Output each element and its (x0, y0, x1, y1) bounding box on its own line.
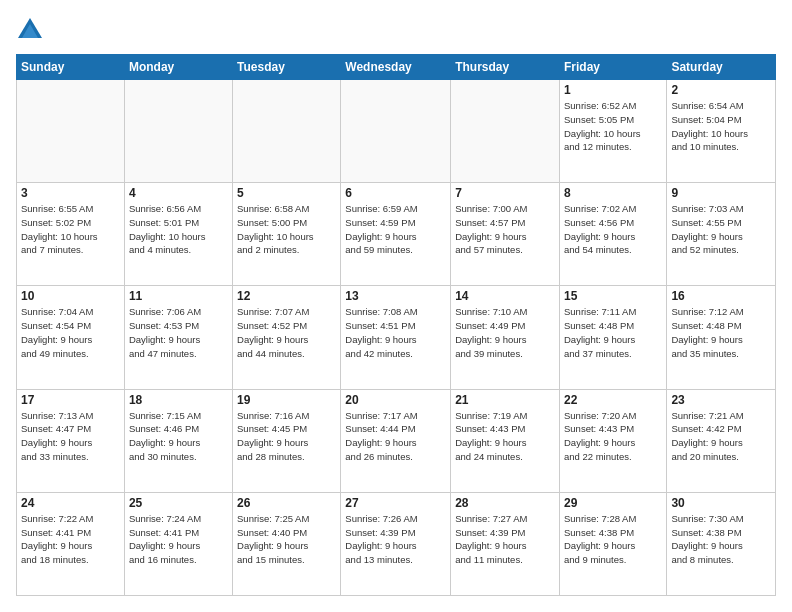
calendar-cell: 12Sunrise: 7:07 AM Sunset: 4:52 PM Dayli… (233, 286, 341, 389)
day-number: 18 (129, 393, 228, 407)
calendar-cell (17, 80, 125, 183)
day-info: Sunrise: 7:30 AM Sunset: 4:38 PM Dayligh… (671, 512, 771, 567)
calendar-cell: 13Sunrise: 7:08 AM Sunset: 4:51 PM Dayli… (341, 286, 451, 389)
day-number: 11 (129, 289, 228, 303)
day-info: Sunrise: 7:02 AM Sunset: 4:56 PM Dayligh… (564, 202, 662, 257)
calendar-body: 1Sunrise: 6:52 AM Sunset: 5:05 PM Daylig… (17, 80, 776, 596)
day-number: 4 (129, 186, 228, 200)
calendar-cell: 26Sunrise: 7:25 AM Sunset: 4:40 PM Dayli… (233, 492, 341, 595)
calendar-cell: 14Sunrise: 7:10 AM Sunset: 4:49 PM Dayli… (451, 286, 560, 389)
day-number: 10 (21, 289, 120, 303)
day-number: 29 (564, 496, 662, 510)
calendar-cell: 8Sunrise: 7:02 AM Sunset: 4:56 PM Daylig… (559, 183, 666, 286)
day-number: 28 (455, 496, 555, 510)
calendar-week-row: 17Sunrise: 7:13 AM Sunset: 4:47 PM Dayli… (17, 389, 776, 492)
weekday-header: Sunday (17, 55, 125, 80)
day-info: Sunrise: 7:24 AM Sunset: 4:41 PM Dayligh… (129, 512, 228, 567)
day-info: Sunrise: 6:54 AM Sunset: 5:04 PM Dayligh… (671, 99, 771, 154)
day-info: Sunrise: 7:22 AM Sunset: 4:41 PM Dayligh… (21, 512, 120, 567)
day-number: 22 (564, 393, 662, 407)
calendar-cell: 21Sunrise: 7:19 AM Sunset: 4:43 PM Dayli… (451, 389, 560, 492)
weekday-header: Wednesday (341, 55, 451, 80)
calendar-cell: 5Sunrise: 6:58 AM Sunset: 5:00 PM Daylig… (233, 183, 341, 286)
day-info: Sunrise: 7:17 AM Sunset: 4:44 PM Dayligh… (345, 409, 446, 464)
header (16, 16, 776, 44)
weekday-header: Friday (559, 55, 666, 80)
day-info: Sunrise: 6:59 AM Sunset: 4:59 PM Dayligh… (345, 202, 446, 257)
day-info: Sunrise: 7:20 AM Sunset: 4:43 PM Dayligh… (564, 409, 662, 464)
day-info: Sunrise: 6:58 AM Sunset: 5:00 PM Dayligh… (237, 202, 336, 257)
calendar-cell: 25Sunrise: 7:24 AM Sunset: 4:41 PM Dayli… (124, 492, 232, 595)
page: SundayMondayTuesdayWednesdayThursdayFrid… (0, 0, 792, 612)
calendar-cell: 16Sunrise: 7:12 AM Sunset: 4:48 PM Dayli… (667, 286, 776, 389)
day-info: Sunrise: 7:04 AM Sunset: 4:54 PM Dayligh… (21, 305, 120, 360)
day-info: Sunrise: 7:26 AM Sunset: 4:39 PM Dayligh… (345, 512, 446, 567)
day-number: 23 (671, 393, 771, 407)
weekday-header: Saturday (667, 55, 776, 80)
day-number: 30 (671, 496, 771, 510)
day-number: 16 (671, 289, 771, 303)
day-number: 3 (21, 186, 120, 200)
calendar-cell: 19Sunrise: 7:16 AM Sunset: 4:45 PM Dayli… (233, 389, 341, 492)
logo (16, 16, 46, 44)
day-info: Sunrise: 7:10 AM Sunset: 4:49 PM Dayligh… (455, 305, 555, 360)
day-number: 1 (564, 83, 662, 97)
calendar-cell: 20Sunrise: 7:17 AM Sunset: 4:44 PM Dayli… (341, 389, 451, 492)
calendar-cell (124, 80, 232, 183)
day-number: 20 (345, 393, 446, 407)
calendar-cell: 29Sunrise: 7:28 AM Sunset: 4:38 PM Dayli… (559, 492, 666, 595)
calendar-cell: 11Sunrise: 7:06 AM Sunset: 4:53 PM Dayli… (124, 286, 232, 389)
calendar-cell (451, 80, 560, 183)
day-info: Sunrise: 7:12 AM Sunset: 4:48 PM Dayligh… (671, 305, 771, 360)
calendar-week-row: 3Sunrise: 6:55 AM Sunset: 5:02 PM Daylig… (17, 183, 776, 286)
day-info: Sunrise: 7:21 AM Sunset: 4:42 PM Dayligh… (671, 409, 771, 464)
day-number: 25 (129, 496, 228, 510)
calendar-cell: 6Sunrise: 6:59 AM Sunset: 4:59 PM Daylig… (341, 183, 451, 286)
calendar-cell: 24Sunrise: 7:22 AM Sunset: 4:41 PM Dayli… (17, 492, 125, 595)
calendar-cell: 9Sunrise: 7:03 AM Sunset: 4:55 PM Daylig… (667, 183, 776, 286)
day-number: 12 (237, 289, 336, 303)
day-number: 6 (345, 186, 446, 200)
day-info: Sunrise: 7:07 AM Sunset: 4:52 PM Dayligh… (237, 305, 336, 360)
day-number: 2 (671, 83, 771, 97)
calendar-cell: 17Sunrise: 7:13 AM Sunset: 4:47 PM Dayli… (17, 389, 125, 492)
day-number: 7 (455, 186, 555, 200)
day-number: 27 (345, 496, 446, 510)
calendar-week-row: 1Sunrise: 6:52 AM Sunset: 5:05 PM Daylig… (17, 80, 776, 183)
calendar-cell: 18Sunrise: 7:15 AM Sunset: 4:46 PM Dayli… (124, 389, 232, 492)
calendar-cell: 23Sunrise: 7:21 AM Sunset: 4:42 PM Dayli… (667, 389, 776, 492)
day-info: Sunrise: 7:16 AM Sunset: 4:45 PM Dayligh… (237, 409, 336, 464)
day-info: Sunrise: 6:52 AM Sunset: 5:05 PM Dayligh… (564, 99, 662, 154)
day-number: 14 (455, 289, 555, 303)
calendar-cell (341, 80, 451, 183)
calendar-cell: 28Sunrise: 7:27 AM Sunset: 4:39 PM Dayli… (451, 492, 560, 595)
day-info: Sunrise: 7:27 AM Sunset: 4:39 PM Dayligh… (455, 512, 555, 567)
day-info: Sunrise: 7:28 AM Sunset: 4:38 PM Dayligh… (564, 512, 662, 567)
day-info: Sunrise: 7:06 AM Sunset: 4:53 PM Dayligh… (129, 305, 228, 360)
day-info: Sunrise: 7:11 AM Sunset: 4:48 PM Dayligh… (564, 305, 662, 360)
day-info: Sunrise: 6:56 AM Sunset: 5:01 PM Dayligh… (129, 202, 228, 257)
day-number: 8 (564, 186, 662, 200)
day-number: 26 (237, 496, 336, 510)
day-number: 21 (455, 393, 555, 407)
calendar-cell: 10Sunrise: 7:04 AM Sunset: 4:54 PM Dayli… (17, 286, 125, 389)
day-number: 24 (21, 496, 120, 510)
calendar-cell: 7Sunrise: 7:00 AM Sunset: 4:57 PM Daylig… (451, 183, 560, 286)
day-number: 17 (21, 393, 120, 407)
weekday-header: Thursday (451, 55, 560, 80)
calendar: SundayMondayTuesdayWednesdayThursdayFrid… (16, 54, 776, 596)
weekday-header: Tuesday (233, 55, 341, 80)
calendar-cell: 15Sunrise: 7:11 AM Sunset: 4:48 PM Dayli… (559, 286, 666, 389)
logo-icon (16, 16, 44, 44)
day-number: 13 (345, 289, 446, 303)
header-row: SundayMondayTuesdayWednesdayThursdayFrid… (17, 55, 776, 80)
calendar-cell (233, 80, 341, 183)
day-number: 19 (237, 393, 336, 407)
calendar-header: SundayMondayTuesdayWednesdayThursdayFrid… (17, 55, 776, 80)
day-info: Sunrise: 7:15 AM Sunset: 4:46 PM Dayligh… (129, 409, 228, 464)
calendar-cell: 2Sunrise: 6:54 AM Sunset: 5:04 PM Daylig… (667, 80, 776, 183)
calendar-cell: 30Sunrise: 7:30 AM Sunset: 4:38 PM Dayli… (667, 492, 776, 595)
calendar-week-row: 24Sunrise: 7:22 AM Sunset: 4:41 PM Dayli… (17, 492, 776, 595)
day-number: 9 (671, 186, 771, 200)
calendar-table: SundayMondayTuesdayWednesdayThursdayFrid… (16, 54, 776, 596)
